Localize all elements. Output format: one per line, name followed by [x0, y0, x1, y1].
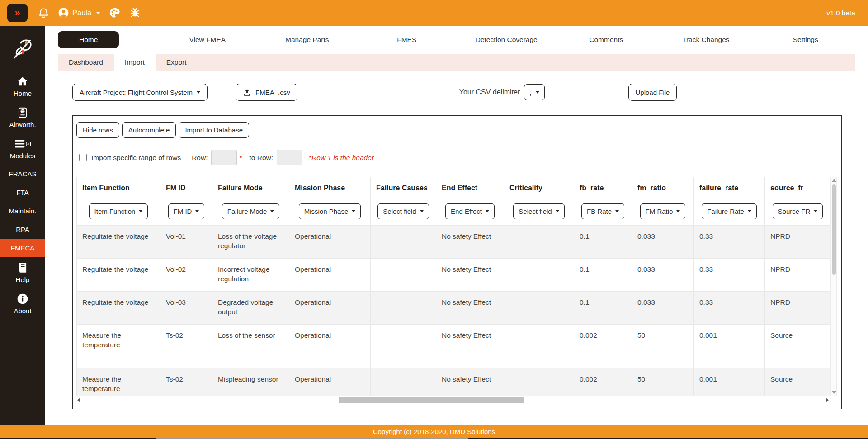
- import-to-database-button[interactable]: Import to Database: [179, 122, 249, 138]
- vertical-scroll-thumb[interactable]: [832, 184, 836, 275]
- row-from-input[interactable]: [211, 150, 237, 165]
- import-range-row: Import specific range of rows Row: * to …: [76, 150, 838, 165]
- sidebar-item-label: FRACAS: [9, 170, 37, 178]
- filter-fb-rate-dropdown[interactable]: FB Rate: [581, 203, 624, 219]
- column-header-fb-rate: fb_rate: [574, 177, 632, 198]
- chevron-down-icon: [615, 210, 619, 212]
- scroll-up-icon[interactable]: [832, 179, 836, 182]
- table-cell: [371, 259, 436, 291]
- filter-label: End Effect: [451, 208, 482, 215]
- table-cell: Operational: [289, 259, 371, 291]
- filter-failure-rate-dropdown[interactable]: Failure Rate: [702, 203, 757, 219]
- user-menu[interactable]: Paula: [58, 7, 100, 19]
- csv-file-button[interactable]: FMEA_.csv: [236, 84, 297, 101]
- table-cell: Operational: [289, 226, 371, 258]
- table-body: Regultate the voltageVol-01Loss of the v…: [77, 226, 830, 396]
- nav-tab-settings[interactable]: Settings: [756, 36, 856, 44]
- csv-table-area: Item FunctionFM IDFailure ModeMission Ph…: [76, 177, 838, 403]
- table-cell: Operational: [289, 325, 371, 368]
- sidebar-item-home[interactable]: Home: [0, 71, 45, 102]
- table-cell: 0.033: [632, 259, 694, 291]
- import-panel: Hide rowsAutocompleteImport to Database …: [72, 115, 842, 409]
- table-cell: Regultate the voltage: [77, 259, 160, 291]
- table-row: Regultate the voltageVol-01Loss of the v…: [77, 226, 830, 259]
- sidebar-item-maintain[interactable]: Maintain.: [0, 202, 45, 220]
- notifications-bell-icon[interactable]: [38, 7, 50, 19]
- row-to-input[interactable]: [277, 150, 302, 165]
- app-logo: [9, 34, 36, 62]
- sidebar-item-modules[interactable]: Modules: [0, 133, 45, 165]
- sidebar-item-label: RPA: [16, 226, 29, 233]
- sidebar-item-label: FTA: [16, 189, 28, 196]
- main-content: HomeView FMEAManage PartsFMESDetection C…: [45, 26, 868, 425]
- sidebar-item-airworth[interactable]: Airworth.: [0, 102, 45, 133]
- nav-tab-view-fmea[interactable]: View FMEA: [158, 36, 258, 44]
- filter-failure-mode-dropdown[interactable]: Failure Mode: [222, 203, 280, 219]
- subtab-export[interactable]: Export: [156, 54, 198, 71]
- nav-tab-comments[interactable]: Comments: [557, 36, 656, 44]
- required-mark: *: [239, 154, 242, 162]
- filter-label: Select field: [383, 208, 416, 215]
- sidebar-item-help[interactable]: Help: [0, 257, 45, 288]
- table-cell: 0.001: [694, 325, 765, 368]
- table-vertical-scrollbar[interactable]: [830, 177, 837, 396]
- column-header-end-effect: End Effect: [436, 177, 504, 198]
- upload-file-button[interactable]: Upload File: [628, 84, 677, 101]
- chevron-down-icon: [96, 12, 100, 14]
- nav-tab-track-changes[interactable]: Track Changes: [656, 36, 756, 44]
- table-cell: Measure the temperature: [77, 368, 160, 396]
- filter-item-function-dropdown[interactable]: Item Function: [89, 203, 148, 219]
- filter-end-effect-dropdown[interactable]: End Effect: [445, 203, 495, 219]
- table-cell: [371, 226, 436, 258]
- sidebar-item-fmeca[interactable]: FMECA: [0, 239, 45, 257]
- autocomplete-button[interactable]: Autocomplete: [122, 122, 176, 138]
- scroll-left-icon[interactable]: [77, 398, 80, 402]
- nav-tab-detection-coverage[interactable]: Detection Coverage: [457, 36, 557, 44]
- column-header-failure-causes: Failure Causes: [371, 177, 436, 198]
- debug-bug-icon[interactable]: [129, 7, 141, 19]
- nav-tab-home[interactable]: Home: [58, 31, 158, 48]
- scroll-right-icon[interactable]: [826, 398, 829, 402]
- modules-icon: [14, 138, 31, 150]
- hide-rows-button[interactable]: Hide rows: [76, 122, 119, 138]
- subtab-dashboard[interactable]: Dashboard: [58, 54, 114, 71]
- table-cell: NPRD: [765, 292, 830, 324]
- chevron-down-icon: [486, 210, 489, 212]
- filter-failure-causes-dropdown[interactable]: Select field: [377, 203, 429, 219]
- sidebar-item-label: Home: [14, 90, 32, 97]
- sidebar-item-label: Airworth.: [9, 121, 36, 128]
- project-selector-button[interactable]: Aircraft Project: Flight Control System: [72, 84, 208, 101]
- table-cell: Vol-02: [160, 259, 212, 291]
- table-action-buttons: Hide rowsAutocompleteImport to Database: [76, 122, 838, 138]
- table-cell: Regultate the voltage: [77, 292, 160, 324]
- home-icon: [17, 76, 28, 87]
- table-cell: 0.33: [694, 292, 765, 324]
- filter-label: Item Function: [94, 208, 136, 215]
- filter-mission-phase-dropdown[interactable]: Mission Phase: [299, 203, 361, 219]
- sidebar-item-fracas[interactable]: FRACAS: [0, 165, 45, 183]
- filter-source-fr-dropdown[interactable]: Source FR: [773, 203, 823, 219]
- row-from-label: Row:: [192, 154, 208, 162]
- nav-tab-fmes[interactable]: FMES: [357, 36, 457, 44]
- delimiter-selector-button[interactable]: ,: [524, 84, 544, 100]
- scroll-down-icon[interactable]: [832, 391, 836, 394]
- sidebar-item-fta[interactable]: FTA: [0, 183, 45, 202]
- sidebar-collapse-button[interactable]: »: [7, 4, 28, 22]
- filter-label: Source FR: [778, 208, 811, 215]
- theme-palette-icon[interactable]: [108, 7, 121, 19]
- table-horizontal-scrollbar[interactable]: [76, 397, 837, 403]
- subtab-import[interactable]: Import: [114, 54, 156, 71]
- filter-fm-ratio-dropdown[interactable]: FM Ratio: [640, 203, 686, 219]
- chevron-down-icon: [748, 210, 751, 212]
- nav-tab-manage-parts[interactable]: Manage Parts: [257, 36, 357, 44]
- import-range-checkbox[interactable]: [79, 154, 87, 161]
- filter-fm-id-dropdown[interactable]: FM ID: [168, 203, 205, 219]
- footer: Copyright (c) 2018-2020, DMD Solutions: [0, 425, 868, 438]
- filter-criticality-dropdown[interactable]: Select field: [513, 203, 564, 219]
- table-cell: 50: [632, 368, 694, 396]
- horizontal-scroll-thumb[interactable]: [339, 397, 524, 403]
- sidebar-item-rpa[interactable]: RPA: [0, 220, 45, 239]
- table-row: Regultate the voltageVol-02Incorrect vol…: [77, 259, 830, 292]
- table-viewport: Item FunctionFM IDFailure ModeMission Ph…: [76, 177, 830, 396]
- sidebar-item-about[interactable]: About: [0, 288, 45, 320]
